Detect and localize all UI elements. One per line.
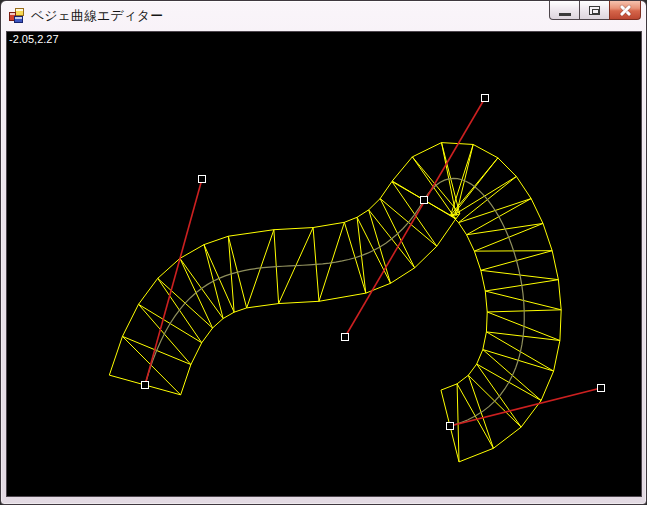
mesh-edge-line — [437, 218, 456, 246]
mesh-edge-line — [380, 182, 392, 199]
mesh-edge-line — [415, 246, 437, 268]
mesh-edge-line — [554, 341, 560, 372]
app-window: ベジェ曲線エディター -2.05,2.27 — [0, 0, 647, 505]
bezier-mesh — [109, 143, 561, 462]
mesh-edge-line — [457, 375, 468, 384]
mesh-edge-line — [516, 176, 531, 198]
window-title: ベジェ曲線エディター — [31, 1, 163, 31]
mesh-edge-line — [366, 283, 391, 293]
mesh-edge-line — [247, 304, 279, 308]
mesh-edge-line — [468, 364, 476, 375]
mesh-edge-line — [459, 448, 493, 462]
app-icon-blue-pane — [14, 16, 23, 23]
mesh-edge-line — [481, 270, 485, 291]
mesh-edge-line — [191, 343, 202, 365]
mesh-edge-line — [213, 318, 224, 328]
center-curve-path — [424, 178, 524, 426]
control-points — [142, 95, 605, 430]
control-point-handle[interactable] — [482, 95, 489, 102]
mesh-diagonal-line — [483, 350, 541, 401]
mesh-edge-line — [109, 336, 122, 375]
mesh-edge-line — [541, 371, 554, 400]
mesh-edge-line — [474, 251, 480, 270]
mesh-edge-line — [412, 143, 441, 157]
control-point-handle[interactable] — [598, 385, 605, 392]
titlebar[interactable]: ベジェ曲線エディター — [1, 1, 646, 31]
tangent-lines — [145, 98, 601, 426]
mesh-edge-line — [319, 293, 366, 301]
control-point-handle[interactable] — [142, 382, 149, 389]
close-button[interactable] — [609, 1, 641, 20]
bezier-svg — [7, 32, 641, 496]
mesh-edge-line — [344, 217, 357, 222]
mesh-edge-line — [459, 223, 467, 235]
tangent-line — [145, 179, 202, 385]
app-icon — [9, 8, 25, 24]
control-point-handle[interactable] — [199, 176, 206, 183]
mesh-edge-line — [477, 350, 483, 365]
mesh-edge-line — [486, 312, 487, 332]
mesh-edge-line — [391, 268, 415, 283]
control-point-handle[interactable] — [447, 423, 454, 430]
mesh-edge-line — [204, 236, 228, 244]
mesh-edge-line — [558, 280, 561, 310]
mesh-edge-line — [483, 332, 487, 350]
mesh-edge-line — [485, 291, 487, 312]
mesh-edge-line — [369, 199, 381, 210]
mesh-edge-line — [392, 157, 412, 181]
mesh-diagonal-line — [468, 375, 493, 448]
tangent-line — [450, 388, 601, 426]
mesh-edge-line — [122, 304, 138, 336]
mesh-edge-line — [181, 365, 191, 395]
mesh-edge-line — [560, 310, 561, 341]
mesh-edge-line — [223, 312, 234, 318]
minimize-icon — [559, 13, 571, 16]
mesh-edge-line — [357, 210, 369, 217]
editor-canvas[interactable]: -2.05,2.27 — [6, 31, 642, 497]
mesh-edge-line — [498, 158, 516, 177]
center-curve-path — [145, 200, 424, 385]
control-point-handle[interactable] — [421, 197, 428, 204]
mesh-edge-line — [313, 222, 344, 227]
mesh-edge-line — [531, 199, 543, 224]
mesh-edge-line — [234, 308, 247, 312]
close-icon — [619, 4, 632, 17]
mesh-edge-line — [473, 144, 498, 157]
app-icon-yellow-pane — [15, 8, 24, 16]
control-point-handle[interactable] — [342, 334, 349, 341]
mesh-edge-line — [467, 235, 475, 251]
mesh-edge-line — [493, 427, 521, 448]
tangent-line — [345, 98, 485, 337]
window-controls — [550, 1, 641, 20]
minimize-button[interactable] — [549, 1, 580, 20]
mesh-edge-line — [441, 384, 457, 390]
maximize-button[interactable] — [579, 1, 610, 20]
mesh-edge-line — [274, 228, 313, 230]
mesh-edge-line — [552, 251, 558, 280]
mesh-edge-line — [543, 223, 552, 250]
mesh-edge-line — [139, 278, 158, 304]
maximize-icon — [589, 6, 600, 15]
mesh-edge-line — [228, 230, 274, 237]
mesh-edge-line — [202, 328, 213, 343]
mesh-edge-line — [279, 301, 319, 303]
